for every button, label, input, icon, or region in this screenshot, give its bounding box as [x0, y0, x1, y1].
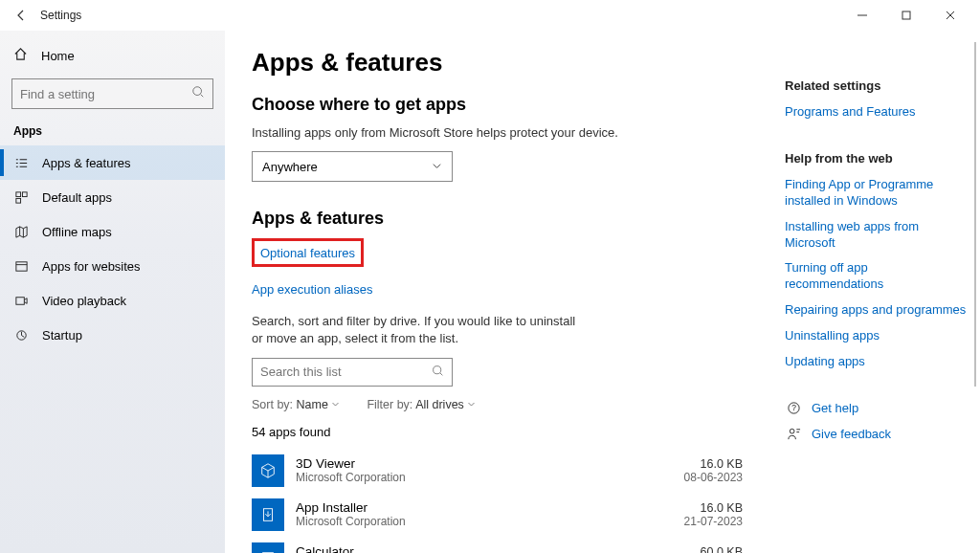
optional-features-link[interactable]: Optional features	[260, 246, 355, 260]
content-area: Apps & features Choose where to get apps…	[225, 31, 779, 553]
nav-apps-features[interactable]: Apps & features	[0, 145, 225, 180]
filter-value: All drives	[415, 398, 464, 411]
app-date: 21-07-2023	[684, 515, 743, 528]
nav-video-playback[interactable]: Video playback	[0, 283, 225, 318]
video-icon	[13, 294, 29, 308]
nav-label: Offline maps	[42, 225, 112, 239]
nav-apps-websites[interactable]: Apps for websites	[0, 249, 225, 283]
svg-line-3	[201, 95, 204, 98]
filter-by-dropdown[interactable]: Filter by: All drives	[367, 398, 476, 411]
map-icon	[13, 225, 29, 239]
help-link[interactable]: Uninstalling apps	[785, 328, 969, 344]
app-icon	[252, 498, 284, 531]
home-nav[interactable]: Home	[0, 38, 225, 73]
list-desc: Search, sort and filter by drive. If you…	[252, 313, 577, 347]
home-label: Home	[41, 49, 75, 63]
svg-line-12	[21, 335, 24, 337]
get-help-label: Get help	[812, 401, 858, 415]
svg-rect-1	[902, 11, 910, 19]
app-list: 3D Viewer Microsoft Corporation 16.0 KB …	[252, 449, 752, 553]
app-name: 3D Viewer	[296, 456, 673, 471]
app-size: 16.0 KB	[684, 457, 743, 471]
svg-rect-5	[22, 191, 27, 196]
apps-section-heading: Apps & features	[252, 209, 752, 229]
execution-aliases-link[interactable]: App execution aliases	[252, 282, 372, 297]
sort-by-dropdown[interactable]: Sort by: Name	[252, 398, 340, 411]
get-help-link[interactable]: ? Get help	[785, 401, 969, 415]
choose-desc: Installing apps only from Microsoft Stor…	[252, 124, 752, 142]
app-date: 08-06-2023	[684, 471, 743, 484]
sidebar: Home Apps Apps & features Default apps O…	[0, 31, 225, 553]
app-name: Calculator	[296, 544, 673, 553]
help-link[interactable]: Turning off app recommendations	[785, 260, 969, 293]
sort-label: Sort by:	[252, 398, 293, 411]
nav-startup[interactable]: Startup	[0, 318, 225, 352]
app-icon	[252, 542, 284, 553]
svg-rect-7	[15, 261, 26, 270]
search-icon	[191, 85, 205, 102]
nav-offline-maps[interactable]: Offline maps	[0, 214, 225, 249]
help-icon: ?	[785, 401, 802, 415]
svg-text:?: ?	[791, 403, 796, 412]
select-value: Anywhere	[262, 160, 318, 174]
app-publisher: Microsoft Corporation	[296, 471, 673, 484]
app-list-search[interactable]	[252, 358, 453, 387]
feedback-icon	[785, 427, 802, 441]
nav-label: Apps & features	[42, 156, 131, 170]
feedback-label: Give feedback	[812, 427, 891, 441]
help-link[interactable]: Updating apps	[785, 354, 969, 370]
chevron-down-icon	[331, 398, 340, 411]
list-icon	[13, 156, 29, 170]
app-publisher: Microsoft Corporation	[296, 515, 673, 528]
filter-label: Filter by:	[367, 398, 412, 411]
back-button[interactable]	[8, 9, 34, 22]
websites-icon	[13, 259, 29, 274]
choose-heading: Choose where to get apps	[252, 95, 752, 115]
window-title: Settings	[40, 9, 81, 22]
svg-line-14	[440, 373, 442, 375]
settings-search[interactable]	[11, 78, 213, 109]
app-size: 16.0 KB	[684, 501, 743, 515]
startup-icon	[13, 328, 29, 343]
app-list-search-input[interactable]	[260, 365, 432, 379]
app-count: 54 apps found	[252, 425, 752, 439]
svg-point-13	[434, 365, 441, 373]
nav-label: Apps for websites	[42, 259, 141, 274]
chevron-down-icon	[467, 398, 476, 411]
help-link[interactable]: Installing web apps from Microsoft	[785, 219, 969, 252]
settings-search-input[interactable]	[20, 87, 191, 101]
maximize-button[interactable]	[884, 0, 928, 31]
nav-label: Video playback	[42, 294, 126, 308]
help-link[interactable]: Repairing apps and programmes	[785, 302, 969, 319]
app-item[interactable]: 3D Viewer Microsoft Corporation 16.0 KB …	[252, 449, 752, 493]
search-icon	[432, 364, 444, 381]
right-pane: Related settings Programs and Features H…	[779, 31, 980, 553]
svg-rect-4	[15, 191, 20, 196]
related-settings-title: Related settings	[785, 78, 969, 93]
svg-point-2	[193, 87, 202, 96]
nav-group-label: Apps	[0, 121, 225, 145]
programs-features-link[interactable]: Programs and Features	[785, 104, 969, 121]
page-heading: Apps & features	[252, 48, 752, 77]
app-icon	[252, 454, 284, 487]
app-size: 60.0 KB	[684, 545, 743, 553]
title-bar: Settings	[0, 0, 980, 31]
help-title: Help from the web	[785, 151, 969, 166]
nav-label: Default apps	[42, 190, 112, 205]
app-item[interactable]: Calculator Microsoft Corporation 60.0 KB…	[252, 537, 752, 553]
scrollbar[interactable]	[974, 42, 976, 387]
nav-default-apps[interactable]: Default apps	[0, 180, 225, 214]
svg-rect-6	[15, 198, 20, 203]
nav-label: Startup	[42, 328, 82, 343]
optional-features-highlight: Optional features	[252, 238, 364, 267]
close-button[interactable]	[928, 0, 972, 31]
app-name: App Installer	[296, 500, 673, 515]
help-link[interactable]: Finding App or Programme installed in Wi…	[785, 177, 969, 210]
sort-value: Name	[297, 398, 328, 411]
app-source-select[interactable]: Anywhere	[252, 151, 453, 182]
chevron-down-icon	[432, 160, 442, 174]
minimize-button[interactable]	[840, 0, 884, 31]
svg-rect-9	[15, 297, 23, 304]
give-feedback-link[interactable]: Give feedback	[785, 427, 969, 441]
app-item[interactable]: App Installer Microsoft Corporation 16.0…	[252, 493, 752, 537]
